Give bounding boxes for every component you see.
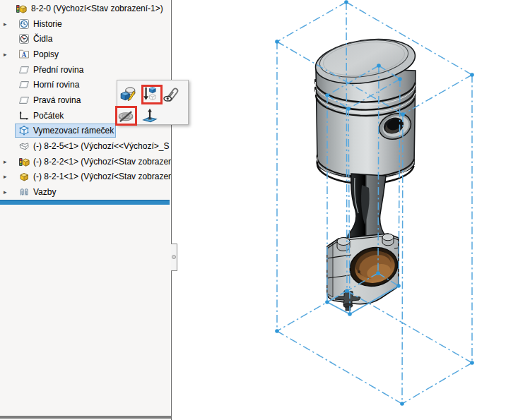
tree-item-annotations[interactable]: ▸APopisy: [0, 47, 171, 62]
tree-item-component-8-2-2[interactable]: ▸(-) 8-2-2<1> (Výchozí<Stav zobrazen: [0, 155, 171, 169]
bounding-box-icon: [18, 125, 30, 136]
part-gray-icon: [18, 140, 30, 152]
tree-item-front-plane[interactable]: Přední rovina: [0, 63, 171, 78]
expand-arrow-icon[interactable]: ▸: [4, 172, 11, 181]
plane-icon: [18, 64, 30, 76]
annotations-icon: A: [18, 49, 30, 60]
tree-item-label: Vazby: [33, 187, 56, 198]
splitter-grip-icon: [172, 255, 176, 259]
tree-item-label: 8-2-0 (Výchozí<Stav zobrazení-1>): [31, 4, 163, 14]
edit-feature-button[interactable]: [118, 84, 138, 104]
tree-item-history[interactable]: ▸Historie: [0, 17, 171, 32]
context-toolbar: [117, 80, 189, 125]
assembly-icon: [18, 156, 30, 167]
view-mates-button[interactable]: [160, 85, 180, 104]
tree-item-label: (-) 8-2-2<1> (Výchozí<Stav zobrazen: [33, 157, 172, 167]
hide-button[interactable]: [116, 106, 136, 126]
expand-arrow-icon[interactable]: ▸: [4, 49, 11, 59]
tree-item-label: Čidla: [33, 34, 52, 44]
feature-manager-tree-panel: 8-2-0 (Výchozí<Stav zobrazení-1>)▸Histor…: [0, 0, 172, 420]
tree-item-label: Přední rovina: [33, 65, 83, 76]
normal-plane-icon: [141, 107, 159, 125]
edit-feature-icon: [119, 85, 137, 103]
tree-item-label: Historie: [33, 19, 62, 30]
view-mates-icon: [161, 85, 179, 104]
plane-icon: [18, 79, 30, 90]
tree-item-label: Horní rovina: [33, 80, 79, 90]
assembly-icon: [16, 3, 27, 14]
tree-item-label: Popisy: [33, 49, 59, 60]
tree-item-label: (-) 8-2-5<1> (Výchozí<<Výchozí>_S: [33, 141, 169, 152]
panel-splitter-handle[interactable]: [171, 244, 177, 271]
normal-to-plane-button[interactable]: [140, 106, 160, 126]
move-down-cube-button[interactable]: [140, 84, 160, 104]
svg-text:A: A: [22, 52, 27, 59]
tree-item-label: (-) 8-2-1<1> (Výchozí<Stav zobrazen: [33, 172, 172, 182]
expand-arrow-icon[interactable]: ▸: [4, 19, 11, 29]
tree-item-label: Vymezovací rámeček: [33, 126, 114, 136]
tree-item-component-8-2-1[interactable]: ▸(-) 8-2-1<1> (Výchozí<Stav zobrazen: [0, 169, 171, 184]
mates-icon: [18, 186, 30, 198]
tree-item-label: Počátek: [33, 111, 64, 121]
sensors-icon: [18, 33, 30, 44]
move-down-cube-icon: [141, 85, 159, 103]
tree-item-sensors[interactable]: Čidla: [0, 32, 171, 47]
tree-item-label: Pravá rovina: [33, 95, 81, 106]
rollback-bar[interactable]: [0, 200, 170, 205]
tree-item-component-8-2-5[interactable]: (-) 8-2-5<1> (Výchozí<<Výchozí>_S: [0, 139, 171, 154]
expand-arrow-icon[interactable]: ▸: [4, 187, 11, 197]
origin-icon: [18, 110, 30, 121]
hide-icon: [117, 107, 135, 125]
tree-item-bounding-box[interactable]: Vymezovací rámeček: [0, 124, 171, 138]
part-yellow-icon: [18, 171, 30, 182]
plane-icon: [18, 95, 30, 106]
tree-item-assembly-root[interactable]: 8-2-0 (Výchozí<Stav zobrazení-1>): [0, 1, 171, 16]
panel-bottom-bar: [0, 416, 171, 419]
tree-item-mates[interactable]: ▸Vazby: [0, 185, 171, 200]
expand-arrow-icon[interactable]: ▸: [4, 157, 11, 167]
history-icon: [18, 18, 30, 30]
